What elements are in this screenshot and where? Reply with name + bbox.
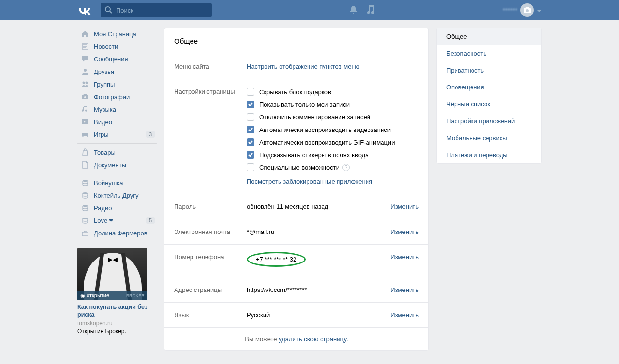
settings-tab-0[interactable]: Общее [437, 28, 541, 45]
checkbox-row[interactable]: Скрывать блок подарков [247, 88, 419, 96]
checkbox-row[interactable]: Специальные возможности? [247, 163, 419, 171]
section-phone: Номер телефона +7 *** *** ** 32Изменить [164, 245, 428, 277]
label-pageopts: Настройки страницы [174, 88, 247, 185]
nav-label: Новости [94, 43, 118, 50]
settings-tab-4[interactable]: Чёрный список [437, 96, 541, 113]
settings-panel: Общее Меню сайта Настроить отображение п… [164, 28, 429, 351]
ad-block[interactable]: ▶◀ ◉ открытиеBROKER Как покупать акции б… [77, 248, 157, 335]
vk-logo[interactable] [77, 6, 91, 15]
edit-address[interactable]: Изменить [390, 286, 419, 293]
nav-separator [77, 174, 157, 174]
settings-tab-3[interactable]: Оповещения [437, 79, 541, 96]
nav-photos[interactable]: Фотографии [77, 90, 157, 103]
checkbox-row[interactable]: Автоматически воспроизводить видеозаписи [247, 126, 419, 133]
ad-brand-sub: BROKER [126, 293, 145, 298]
chat-icon [80, 55, 90, 63]
checkbox-label: Автоматически воспроизводить видеозаписи [259, 126, 391, 133]
section-lang: Язык РусскийИзменить [164, 303, 428, 328]
settings-tab-6[interactable]: Мобильные сервисы [437, 130, 541, 146]
delete-page-link[interactable]: удалить свою страницу. [279, 335, 348, 343]
help-icon[interactable]: ? [342, 164, 350, 171]
nav-app2[interactable]: Коктейль Другу [77, 189, 157, 202]
nav-news[interactable]: Новости [77, 40, 157, 53]
users-icon [80, 80, 90, 88]
checkbox[interactable] [247, 101, 254, 108]
svg-point-4 [86, 82, 88, 84]
user-menu[interactable]: ****** [503, 3, 542, 17]
checkbox-label: Специальные возможности [259, 164, 339, 171]
settings-tab-5[interactable]: Настройки приложений [437, 113, 541, 130]
nav-videos[interactable]: Видео [77, 116, 157, 128]
phone-highlight: +7 *** *** ** 32 [247, 252, 306, 267]
nav-music[interactable]: Музыка [77, 103, 157, 116]
checkbox[interactable] [247, 88, 254, 96]
chevron-down-icon [537, 7, 542, 14]
checkbox-row[interactable]: Подсказывать стикеры в полях ввода [247, 151, 419, 159]
nav-app4[interactable]: Love❤5 [77, 214, 157, 227]
section-address: Адрес страницы https://vk.com/********Из… [164, 277, 428, 303]
svg-point-6 [83, 180, 88, 182]
avatar [520, 3, 534, 17]
checkbox-row[interactable]: Автоматически воспроизводить GIF-анимаци… [247, 138, 419, 146]
nav-badge: 5 [146, 217, 155, 224]
section-sitemenu: Меню сайта Настроить отображение пунктов… [164, 54, 428, 79]
svg-point-3 [83, 82, 85, 84]
settings-tabs: ОбщееБезопасностьПриватностьОповещенияЧё… [436, 28, 542, 164]
music-icon[interactable] [367, 5, 374, 15]
nav-separator [77, 143, 157, 144]
edit-phone[interactable]: Изменить [390, 253, 419, 268]
checkbox[interactable] [247, 151, 254, 159]
nav-app5[interactable]: Долина Фермеров [77, 227, 157, 239]
home-icon [80, 30, 90, 38]
nav-market[interactable]: Товары [77, 146, 157, 159]
checkbox-label: Подсказывать стикеры в полях ввода [259, 151, 368, 159]
nav-messages[interactable]: Сообщения [77, 53, 157, 65]
nav-docs[interactable]: Документы [77, 159, 157, 171]
ad-title[interactable]: Как покупать акции без риска [77, 303, 157, 319]
checkbox-row[interactable]: Показывать только мои записи [247, 101, 419, 108]
settings-tab-7[interactable]: Платежи и переводы [437, 146, 541, 163]
configure-menu-link[interactable]: Настроить отображение пунктов меню [247, 63, 359, 70]
edit-lang[interactable]: Изменить [390, 311, 419, 319]
checkbox[interactable] [247, 138, 254, 146]
nav-label: Сообщения [94, 56, 128, 63]
checkbox-row[interactable]: Отключить комментирование записей [247, 113, 419, 121]
nav-label: Love [94, 217, 107, 224]
nav-friends[interactable]: Друзья [77, 65, 157, 78]
svg-point-0 [105, 7, 110, 12]
music-icon [80, 105, 90, 113]
label-address: Адрес страницы [174, 286, 247, 293]
label-lang: Язык [174, 311, 247, 319]
bell-icon[interactable] [349, 5, 358, 15]
nav-app1[interactable]: Войнушка [77, 176, 157, 189]
edit-email[interactable]: Изменить [390, 228, 419, 235]
nav-badge: 3 [146, 131, 155, 138]
footer-prefix: Вы можете [245, 335, 279, 343]
nav-groups[interactable]: Группы [77, 78, 157, 90]
blocked-apps-link[interactable]: Посмотреть заблокированные приложения [247, 178, 372, 185]
svg-point-8 [83, 205, 88, 207]
camera-icon [80, 93, 90, 101]
nav-my-page[interactable]: Моя Страница [77, 28, 157, 40]
case-icon [80, 229, 90, 237]
svg-point-5 [84, 96, 86, 98]
settings-tab-2[interactable]: Приватность [437, 62, 541, 79]
nav-label: Группы [94, 81, 115, 88]
news-icon [80, 43, 90, 50]
search-input[interactable] [101, 3, 212, 17]
section-email: Электронная почта *@mail.ruИзменить [164, 219, 428, 245]
checkbox-label: Показывать только мои записи [259, 101, 350, 108]
settings-tab-1[interactable]: Безопасность [437, 45, 541, 62]
label-phone: Номер телефона [174, 253, 247, 268]
panel-title: Общее [164, 28, 428, 54]
nav-label: Фотографии [94, 93, 130, 101]
nav-games[interactable]: Игры3 [77, 128, 157, 141]
edit-password[interactable]: Изменить [390, 203, 419, 210]
nav-app3[interactable]: Радио [77, 202, 157, 214]
checkbox[interactable] [247, 126, 254, 133]
checkbox[interactable] [247, 113, 254, 121]
ad-site: tomskopen.ru [77, 320, 157, 327]
search-icon [104, 6, 112, 15]
checkbox[interactable] [247, 163, 254, 171]
value-lang: Русский [247, 311, 270, 319]
